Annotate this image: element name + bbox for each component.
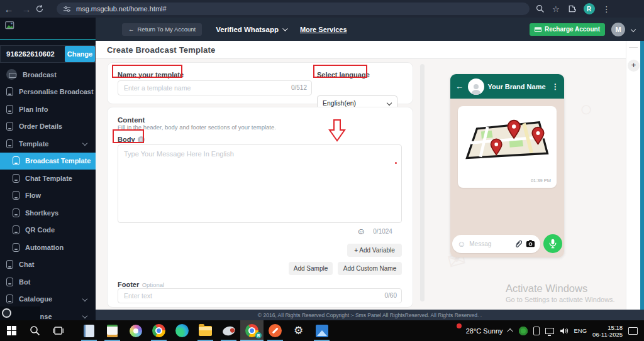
sidebar-item-template[interactable]: Template bbox=[0, 135, 96, 153]
camera-icon bbox=[526, 240, 535, 247]
sidebar-item-broadcast[interactable]: Broadcast bbox=[0, 66, 96, 84]
form-scrollbar[interactable] bbox=[420, 64, 425, 301]
taskbar-app-edge[interactable] bbox=[170, 320, 194, 341]
document-icon bbox=[13, 156, 19, 165]
sidebar-item-order-details[interactable]: Order Details bbox=[0, 118, 96, 136]
extensions-icon[interactable] bbox=[567, 4, 576, 13]
info-icon[interactable]: i bbox=[138, 136, 145, 143]
account-chevron-icon[interactable] bbox=[631, 26, 636, 31]
browser-back-icon[interactable]: ← bbox=[0, 4, 18, 14]
app-topbar: ← Return To My Account Verified Whatsapp… bbox=[96, 18, 644, 41]
tray-time: 15:18 bbox=[592, 324, 623, 331]
clock[interactable]: 15:18 06-11-2025 bbox=[592, 324, 623, 338]
tray-network-icon[interactable] bbox=[545, 328, 554, 334]
browser-reload-icon[interactable] bbox=[35, 4, 53, 13]
windows-logo-icon bbox=[7, 326, 16, 335]
more-services-link[interactable]: More Services bbox=[300, 26, 347, 33]
browser-forward-icon[interactable]: → bbox=[18, 4, 35, 14]
browser-toolbar: ← → msg.msgclub.net/home.html# ☆ R ⋮ bbox=[0, 0, 644, 18]
start-button[interactable] bbox=[0, 320, 23, 341]
taskbar-app-file-explorer[interactable] bbox=[194, 320, 217, 341]
sidebar-item-chat[interactable]: Chat bbox=[0, 256, 96, 274]
right-panel-strip: + bbox=[626, 41, 640, 320]
zoom-icon[interactable] bbox=[536, 4, 545, 13]
annotation-arrow-down bbox=[328, 119, 346, 142]
add-panel-button[interactable]: + bbox=[628, 60, 640, 72]
sidebar-item-broadcast-template[interactable]: Broadcast Template bbox=[0, 153, 96, 170]
emoji-picker-icon[interactable]: ☺ bbox=[357, 227, 365, 235]
sidebar-item-shortkeys[interactable]: Shortkeys bbox=[0, 204, 96, 222]
site-settings-icon[interactable] bbox=[63, 5, 71, 13]
edge-icon bbox=[175, 324, 189, 337]
sidebar-item-qr-code[interactable]: QR Code bbox=[0, 222, 96, 239]
settings-gear-icon: ⚙ bbox=[294, 324, 303, 337]
taskbar-search-button[interactable] bbox=[23, 320, 47, 341]
taskbar-app-notepad[interactable] bbox=[77, 320, 101, 341]
card-icon bbox=[535, 27, 541, 32]
snipping-tool-icon bbox=[221, 325, 236, 337]
recharge-account-button[interactable]: Recharge Account bbox=[530, 23, 605, 36]
sidebar-item-catalogue[interactable]: Catalogue bbox=[0, 291, 96, 308]
browser-menu-icon[interactable]: ⋮ bbox=[602, 4, 611, 14]
sidebar-item-automation[interactable]: Automation bbox=[0, 239, 96, 256]
taskbar-app-chrome-active[interactable]: R bbox=[240, 320, 264, 341]
document-icon bbox=[13, 208, 19, 217]
sidebar-item-chat-template[interactable]: Chat Template bbox=[0, 170, 96, 187]
tray-volume-icon[interactable] bbox=[560, 327, 569, 335]
add-variable-button[interactable]: + Add Variable bbox=[347, 244, 402, 257]
tray-phone-link-icon[interactable] bbox=[533, 327, 540, 335]
change-number-button[interactable]: Change bbox=[65, 46, 95, 62]
template-name-input[interactable] bbox=[118, 80, 312, 95]
body-textarea[interactable] bbox=[118, 144, 402, 223]
sidebar-item-bot[interactable]: Bot bbox=[0, 273, 96, 291]
tray-chevron-up-icon[interactable] bbox=[507, 328, 513, 335]
verified-whatsapp-dropdown[interactable]: Verified Whatsapp bbox=[216, 26, 286, 33]
page-scrollbar[interactable] bbox=[640, 41, 644, 320]
taskbar-app-wordpad[interactable] bbox=[101, 320, 124, 341]
add-custom-name-button[interactable]: Add Custom Name bbox=[338, 262, 402, 275]
document-icon bbox=[13, 243, 19, 252]
speed-gauge-icon[interactable] bbox=[2, 308, 11, 318]
notification-center-icon[interactable] bbox=[628, 327, 638, 335]
address-bar[interactable]: msg.msgclub.net/home.html# bbox=[57, 3, 530, 15]
footer-input[interactable] bbox=[118, 288, 402, 303]
taskbar-app-settings[interactable]: ⚙ bbox=[287, 320, 310, 341]
page-footer: © 2016, All Rights Reserved Copyright :-… bbox=[96, 310, 644, 320]
taskbar-app-paint[interactable] bbox=[124, 320, 147, 341]
whatsapp-preview: ← Your Brand Name ⋮ bbox=[450, 74, 564, 257]
weather-text[interactable]: 28°C Sunny bbox=[466, 327, 503, 335]
sidebar-item-plan-info[interactable]: Plan Info bbox=[0, 100, 96, 118]
broadcast-envelope-icon bbox=[6, 69, 17, 80]
whatsapp-preview-header: ← Your Brand Name ⋮ bbox=[450, 74, 564, 99]
sidebar-item-flow[interactable]: Flow bbox=[0, 187, 96, 205]
browser-profile-avatar[interactable]: R bbox=[584, 3, 595, 14]
content-section-subtitle: Fill in the header, body and footer sect… bbox=[118, 124, 276, 131]
bookmark-star-icon[interactable]: ☆ bbox=[552, 4, 560, 14]
name-char-counter: 0/512 bbox=[291, 84, 307, 91]
footer-optional-label: Optional bbox=[142, 281, 164, 288]
document-icon bbox=[6, 122, 13, 131]
taskbar-app-photos[interactable] bbox=[310, 320, 333, 341]
language-indicator[interactable]: ENG bbox=[574, 327, 587, 334]
back-arrow-icon: ← bbox=[455, 82, 464, 91]
taskbar-app-snipping-tool[interactable] bbox=[217, 320, 240, 341]
weather-widget[interactable] bbox=[449, 325, 460, 337]
back-arrow-icon: ← bbox=[128, 26, 135, 33]
taskbar-app-chrome[interactable] bbox=[147, 320, 170, 341]
footer-label: Footer bbox=[118, 281, 139, 288]
whatsapp-input-bar: ☺ Messag bbox=[452, 234, 562, 253]
message-timestamp: 01:39 PM bbox=[531, 178, 551, 183]
user-avatar[interactable]: M bbox=[611, 23, 625, 36]
return-to-account-button[interactable]: ← Return To My Account bbox=[122, 23, 202, 36]
chevron-down-icon bbox=[82, 296, 87, 301]
mic-button bbox=[543, 234, 562, 253]
task-view-button[interactable] bbox=[47, 320, 70, 341]
add-sample-button[interactable]: Add Sample bbox=[289, 262, 333, 275]
taskbar-app-pencil[interactable] bbox=[264, 320, 287, 341]
document-icon bbox=[13, 225, 19, 234]
tray-antivirus-icon[interactable] bbox=[519, 327, 528, 335]
photos-icon bbox=[316, 325, 328, 337]
whatsapp-chat-area: 01:39 PM ☺ Messag bbox=[450, 99, 564, 257]
profile-badge: R bbox=[255, 332, 262, 338]
sidebar-item-personalise-broadcast[interactable]: Personalise Broadcast bbox=[0, 84, 96, 101]
